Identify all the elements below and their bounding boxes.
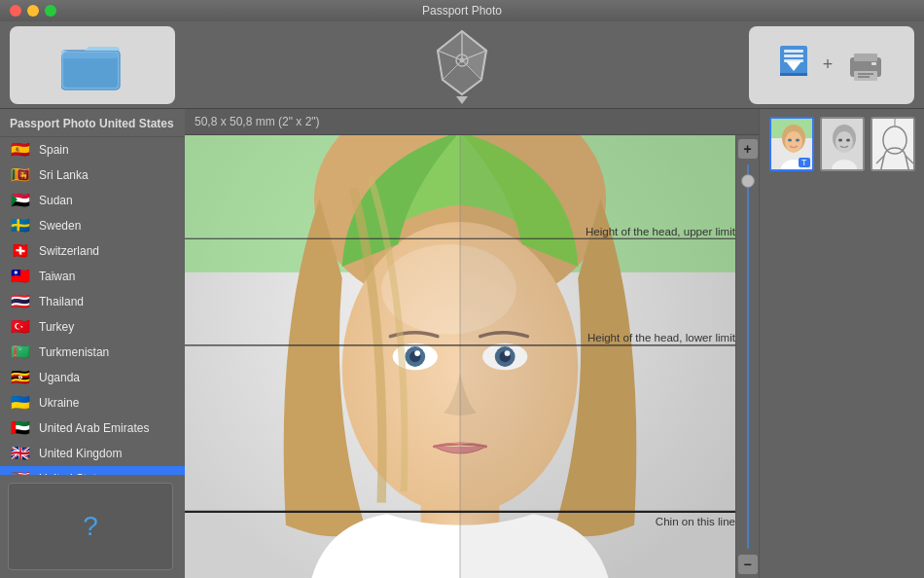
country-item-uganda[interactable]: 🇺🇬Uganda (0, 365, 185, 390)
country-item-united-kingdom[interactable]: 🇬🇧United Kingdom (0, 441, 185, 466)
thumb-outline-svg (872, 119, 915, 171)
svg-rect-21 (871, 62, 876, 65)
photo-viewport: Height of the head, upper limit Height o… (185, 135, 759, 578)
country-flag: 🇹🇷 (10, 320, 31, 335)
country-item-united-states[interactable]: 🇺🇸United States (0, 466, 185, 475)
print-icon (844, 48, 887, 83)
country-item-turkey[interactable]: 🇹🇷Turkey (0, 314, 185, 340)
svg-rect-23 (858, 76, 870, 78)
main-area: Passport Photo United States 🇪🇸Spain🇱🇰Sr… (0, 109, 924, 578)
country-item-sri-lanka[interactable]: 🇱🇰Sri Lanka (0, 163, 185, 188)
question-mark-icon: ? (83, 511, 98, 542)
country-name-label: Ukraine (39, 396, 79, 410)
country-name-label: Turkey (39, 320, 74, 334)
svg-text:Height of the head, lower limi: Height of the head, lower limit (587, 332, 735, 343)
zoom-in-button[interactable]: + (738, 139, 758, 159)
country-flag: 🇸🇩 (10, 194, 31, 208)
window-title: Passport Photo (422, 4, 502, 18)
zoom-out-button[interactable]: − (738, 555, 758, 574)
svg-text:Chin on this line: Chin on this line (656, 516, 735, 527)
svg-point-55 (835, 131, 853, 153)
svg-point-56 (838, 139, 842, 142)
svg-point-50 (785, 131, 802, 153)
country-name-label: Spain (39, 143, 69, 157)
svg-text:Height of the head, upper limi: Height of the head, upper limit (586, 226, 735, 237)
country-list[interactable]: 🇪🇸Spain🇱🇰Sri Lanka🇸🇩Sudan🇸🇪Sweden🇨🇭Switz… (0, 137, 185, 475)
country-item-united-arab-emirates[interactable]: 🇦🇪United Arab Emirates (0, 415, 185, 441)
photo-container: Height of the head, upper limit Height o… (185, 135, 735, 578)
country-flag: 🇦🇪 (10, 421, 31, 436)
close-button[interactable] (10, 5, 21, 17)
svg-rect-22 (858, 73, 873, 75)
zoom-panel: + − (735, 135, 759, 578)
country-item-sudan[interactable]: 🇸🇩Sudan (0, 188, 185, 213)
country-flag: 🇺🇦 (10, 396, 31, 411)
thumb-bw-svg (822, 119, 865, 171)
svg-rect-14 (784, 54, 803, 57)
photo-area: 50,8 x 50,8 mm (2" x 2") (185, 109, 759, 578)
country-name-label: United Arab Emirates (39, 421, 149, 435)
plus-separator: + (823, 54, 834, 75)
minimize-button[interactable] (27, 5, 39, 17)
svg-rect-2 (63, 53, 118, 58)
country-flag: 🇨🇭 (10, 244, 31, 259)
country-flag: 🇺🇸 (10, 472, 31, 476)
person-photo-svg: Height of the head, upper limit Height o… (185, 135, 735, 578)
thumbnails-panel: T (759, 109, 924, 578)
country-item-ukraine[interactable]: 🇺🇦Ukraine (0, 390, 185, 415)
country-item-sweden[interactable]: 🇸🇪Sweden (0, 213, 185, 238)
app-logo-area (175, 26, 749, 104)
svg-point-10 (460, 57, 465, 62)
country-flag: 🇹🇲 (10, 345, 31, 360)
country-flag: 🇺🇬 (10, 371, 31, 385)
zoom-slider-track (747, 164, 749, 549)
country-name-label: United States (39, 472, 109, 475)
country-flag: 🇬🇧 (10, 447, 31, 461)
toolbar: + (0, 21, 924, 109)
svg-point-52 (796, 139, 800, 142)
country-name-label: Turkmenistan (39, 345, 109, 359)
thumbnail-bw[interactable] (820, 117, 865, 171)
country-item-thailand[interactable]: 🇹🇭Thailand (0, 289, 185, 314)
country-flag: 🇹🇭 (10, 295, 31, 309)
svg-point-51 (788, 139, 792, 142)
country-name-label: Uganda (39, 371, 80, 384)
country-flag: 🇹🇼 (10, 270, 31, 284)
download-icon (776, 46, 811, 85)
country-flag: 🇱🇰 (10, 168, 31, 183)
country-item-taiwan[interactable]: 🇹🇼Taiwan (0, 264, 185, 289)
sidebar-title: Passport Photo United States (0, 109, 185, 137)
zoom-slider-thumb[interactable] (741, 174, 755, 188)
traffic-lights (10, 5, 56, 17)
download-print-button[interactable]: + (749, 26, 914, 104)
country-name-label: Sri Lanka (39, 168, 89, 182)
country-name-label: Switzerland (39, 244, 99, 258)
svg-marker-11 (456, 96, 468, 104)
svg-point-57 (846, 139, 850, 142)
country-name-label: Sudan (39, 194, 73, 207)
svg-point-37 (414, 350, 420, 356)
document-preview-box: ? (8, 483, 173, 570)
country-item-spain[interactable]: 🇪🇸Spain (0, 137, 185, 163)
country-flag: 🇪🇸 (10, 143, 31, 158)
country-flag: 🇸🇪 (10, 219, 31, 234)
country-name-label: United Kingdom (39, 447, 122, 460)
open-folder-button[interactable] (10, 26, 175, 104)
thumbnail-row: T (769, 117, 915, 171)
country-name-label: Taiwan (39, 270, 75, 283)
svg-rect-17 (780, 73, 807, 76)
country-item-turkmenistan[interactable]: 🇹🇲Turkmenistan (0, 340, 185, 365)
titlebar: Passport Photo (0, 0, 924, 21)
maximize-button[interactable] (45, 5, 56, 17)
photo-dimensions-label: 50,8 x 50,8 mm (2" x 2") (185, 109, 759, 135)
folder-icon (61, 39, 124, 91)
app-logo-icon (428, 26, 496, 104)
country-name-label: Sweden (39, 219, 81, 233)
country-item-switzerland[interactable]: 🇨🇭Switzerland (0, 238, 185, 264)
country-name-label: Thailand (39, 295, 84, 308)
svg-rect-20 (854, 54, 877, 61)
thumbnail-outline[interactable] (871, 117, 915, 171)
thumbnail-color[interactable]: T (769, 117, 814, 171)
text-badge: T (799, 158, 810, 167)
sidebar: Passport Photo United States 🇪🇸Spain🇱🇰Sr… (0, 109, 185, 578)
